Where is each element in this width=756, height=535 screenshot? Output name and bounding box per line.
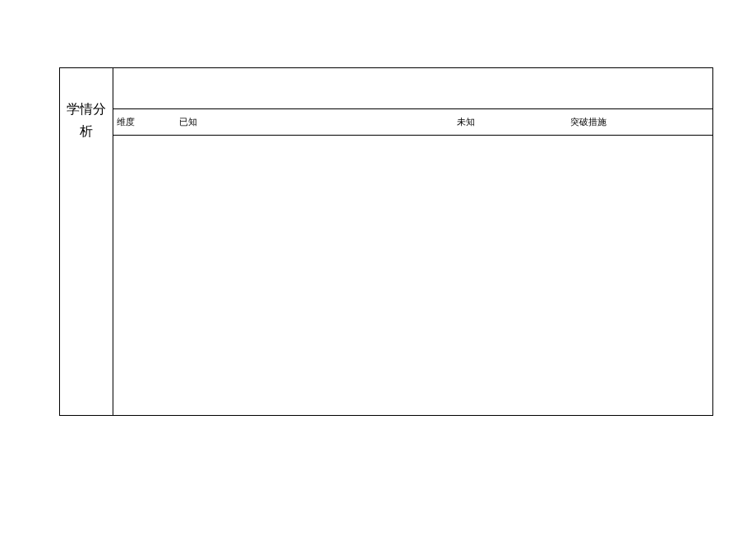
col-header-dimension: 维度 xyxy=(113,116,176,128)
table-body-area xyxy=(113,136,712,415)
column-headers-row: 维度 已知 未知 突破措施 xyxy=(113,109,712,136)
row-header-cell: 学情分析 xyxy=(60,68,113,415)
top-spacer-row xyxy=(113,68,712,109)
row-header-label: 学情分析 xyxy=(67,98,106,142)
analysis-table: 学情分析 维度 已知 未知 突破措施 xyxy=(59,67,713,416)
col-header-unknown: 未知 xyxy=(454,116,567,128)
right-content: 维度 已知 未知 突破措施 xyxy=(113,68,712,415)
col-header-measures: 突破措施 xyxy=(567,116,712,128)
main-row: 学情分析 维度 已知 未知 突破措施 xyxy=(60,68,712,415)
col-header-known: 已知 xyxy=(176,116,454,128)
